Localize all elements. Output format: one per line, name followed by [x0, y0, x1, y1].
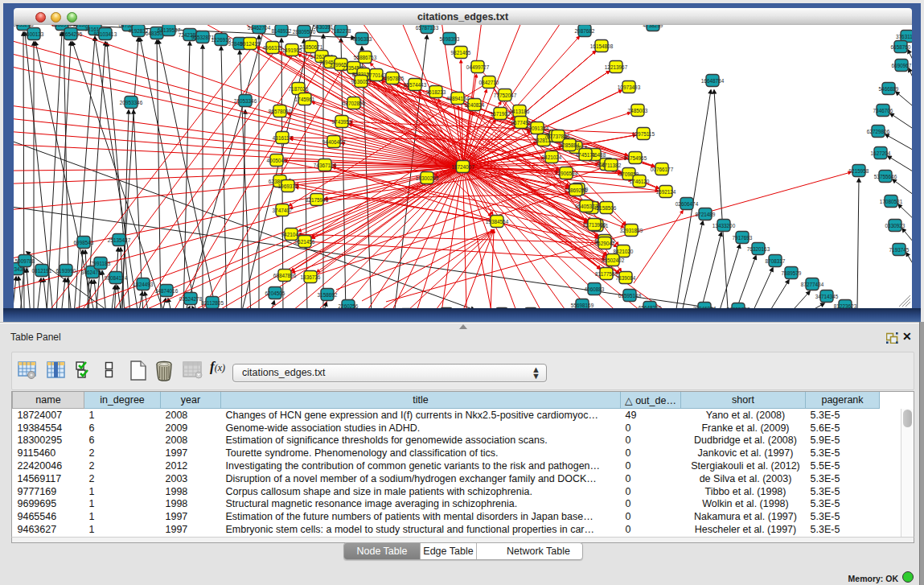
svg-text:69847896: 69847896 [273, 273, 297, 278]
svg-text:86578091: 86578091 [269, 109, 292, 114]
svg-text:9421047: 9421047 [281, 232, 302, 237]
svg-text:4005045: 4005045 [267, 158, 287, 163]
svg-text:7182278: 7182278 [331, 28, 351, 34]
svg-text:16648784: 16648784 [701, 78, 725, 84]
svg-text:80112805: 80112805 [201, 300, 224, 306]
svg-text:1627204: 1627204 [871, 150, 891, 156]
svg-text:9215958: 9215958 [849, 168, 869, 174]
svg-text:34957885: 34957885 [381, 76, 405, 81]
svg-text:65648236: 65648236 [639, 305, 662, 309]
svg-text:62729806: 62729806 [867, 129, 890, 134]
svg-text:4745171: 4745171 [576, 152, 596, 158]
svg-text:51850671: 51850671 [300, 44, 323, 50]
svg-text:0812191: 0812191 [32, 268, 52, 274]
svg-text:4711382: 4711382 [602, 163, 622, 168]
svg-text:2421024: 2421024 [542, 154, 562, 160]
svg-text:61595148: 61595148 [618, 293, 642, 299]
svg-text:5009788: 5009788 [15, 258, 35, 264]
svg-text:04499727: 04499727 [466, 64, 490, 70]
svg-text:53755646: 53755646 [874, 174, 897, 179]
svg-text:74367136: 74367136 [314, 163, 337, 168]
svg-text:7991183: 7991183 [91, 261, 111, 266]
svg-text:7839084: 7839084 [616, 275, 636, 281]
svg-text:1824493: 1824493 [133, 282, 154, 287]
svg-text:3529042: 3529042 [595, 241, 615, 246]
svg-text:3747407: 3747407 [273, 208, 293, 213]
svg-text:67737826: 67737826 [547, 134, 570, 139]
svg-text:4738299: 4738299 [643, 25, 663, 28]
svg-text:3285884: 3285884 [560, 142, 580, 148]
svg-text:10973493: 10973493 [618, 84, 641, 90]
svg-text:1592124: 1592124 [656, 189, 676, 195]
svg-text:34714345: 34714345 [815, 294, 839, 299]
svg-text:94406409: 94406409 [322, 139, 346, 145]
svg-text:1746120: 1746120 [630, 179, 650, 184]
svg-text:8721489: 8721489 [696, 212, 716, 217]
svg-text:5098393: 5098393 [440, 36, 460, 42]
svg-text:81177589: 81177589 [595, 271, 618, 277]
svg-text:12213967: 12213967 [605, 64, 628, 70]
svg-text:25135427: 25135427 [108, 237, 131, 243]
svg-text:1836736: 1836736 [301, 274, 321, 280]
svg-text:7193745: 7193745 [889, 247, 910, 253]
svg-text:6658760: 6658760 [891, 44, 911, 50]
svg-text:1671902: 1671902 [491, 111, 511, 117]
svg-text:37631165: 37631165 [896, 34, 912, 39]
svg-text:18724007: 18724007 [451, 164, 474, 170]
svg-text:9821465: 9821465 [451, 50, 471, 56]
svg-text:77752047: 77752047 [494, 93, 517, 98]
svg-text:02606474: 02606474 [676, 201, 699, 207]
svg-text:8386379: 8386379 [52, 25, 72, 27]
svg-text:31713900: 31713900 [583, 222, 606, 228]
svg-text:62702895: 62702895 [343, 101, 366, 106]
svg-text:65787133: 65787133 [416, 25, 439, 31]
svg-text:5158506: 5158506 [597, 205, 617, 211]
svg-text:17080531: 17080531 [880, 199, 903, 204]
svg-text:4060883: 4060883 [585, 286, 605, 292]
svg-text:6204505: 6204505 [265, 290, 285, 296]
svg-text:8421020: 8421020 [614, 249, 634, 254]
svg-text:28809570: 28809570 [293, 29, 316, 35]
svg-text:3518233: 3518233 [426, 89, 446, 95]
svg-text:2087682: 2087682 [575, 28, 595, 34]
svg-text:1969379: 1969379 [278, 183, 298, 189]
svg-text:55886753: 55886753 [354, 55, 377, 60]
svg-text:1745961: 1745961 [295, 97, 315, 102]
svg-text:7346706: 7346706 [873, 108, 893, 113]
svg-text:93103413: 93103413 [94, 31, 117, 37]
svg-text:9912419: 9912419 [240, 41, 261, 47]
svg-text:9636057: 9636057 [351, 79, 372, 84]
svg-text:98084124: 98084124 [105, 275, 128, 281]
svg-text:6998543: 6998543 [74, 240, 94, 245]
svg-text:4966319: 4966319 [263, 45, 283, 51]
svg-text:29946804: 29946804 [693, 306, 717, 309]
svg-text:3158692: 3158692 [318, 292, 338, 298]
svg-text:0330923: 0330923 [885, 223, 906, 229]
svg-text:13433200: 13433200 [713, 223, 736, 229]
svg-text:4316117: 4316117 [273, 135, 293, 141]
svg-text:82175946: 82175946 [306, 197, 329, 203]
svg-text:18300295: 18300295 [416, 175, 439, 181]
svg-text:7917693: 7917693 [733, 235, 753, 241]
svg-text:99091334: 99091334 [526, 126, 549, 131]
svg-text:4896383: 4896383 [352, 36, 372, 42]
svg-text:8148932: 8148932 [272, 28, 292, 34]
svg-text:2260256: 2260256 [339, 303, 359, 309]
svg-text:7889579: 7889579 [782, 270, 802, 276]
svg-text:9521456: 9521456 [295, 239, 315, 245]
svg-text:9743953: 9743953 [332, 119, 352, 125]
svg-text:81754965: 81754965 [624, 155, 647, 161]
svg-text:55698169: 55698169 [571, 303, 594, 308]
svg-text:34624751: 34624751 [81, 270, 105, 275]
svg-text:34874016: 34874016 [155, 288, 179, 294]
svg-text:36995777: 36995777 [727, 307, 750, 309]
svg-text:87277434: 87277434 [801, 282, 824, 287]
svg-text:76320163: 76320163 [747, 246, 770, 252]
svg-text:81223623: 81223623 [834, 303, 857, 309]
svg-text:71906594: 71906594 [555, 171, 578, 176]
svg-text:5466889: 5466889 [879, 86, 899, 92]
svg-text:39502402: 39502402 [602, 257, 625, 263]
svg-text:0842710: 0842710 [479, 80, 499, 85]
svg-text:9413186: 9413186 [510, 109, 530, 114]
svg-text:64139537: 64139537 [158, 27, 181, 33]
